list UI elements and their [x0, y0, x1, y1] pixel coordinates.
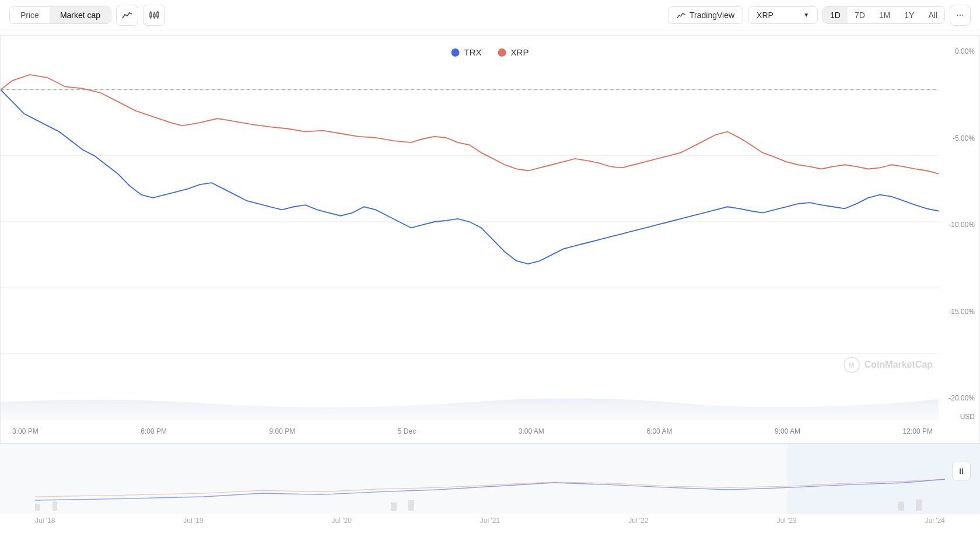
time-all-btn[interactable]: All	[921, 7, 944, 23]
svg-rect-23	[898, 501, 904, 511]
price-tab[interactable]: Price	[10, 7, 50, 23]
compare-coin-label: XRP	[757, 11, 774, 20]
svg-text:M: M	[849, 361, 855, 369]
minimap-container: Jul '18 Jul '19 Jul '20 Jul '21 Jul '22 …	[0, 444, 980, 543]
compare-icon-btn[interactable]	[143, 5, 165, 26]
svg-rect-22	[408, 500, 414, 511]
y-label-2: -10.00%	[949, 221, 975, 229]
market-cap-tab[interactable]: Market cap	[50, 7, 111, 23]
svg-rect-0	[150, 13, 152, 17]
x-label-2: 9:00 PM	[270, 427, 296, 435]
trading-view-icon	[677, 11, 686, 19]
minimap-x-label-4: Jul '22	[628, 517, 648, 525]
chevron-down-icon: ▼	[803, 12, 809, 18]
trading-view-label: TradingView	[690, 11, 734, 20]
minimap-x-label-1: Jul '19	[183, 517, 203, 525]
svg-rect-24	[916, 500, 922, 511]
y-label-1: -5.00%	[949, 134, 975, 142]
svg-rect-18	[788, 444, 980, 514]
watermark-text: CoinMarketCap	[864, 360, 933, 370]
minimap-x-axis: Jul '18 Jul '19 Jul '20 Jul '21 Jul '22 …	[0, 514, 980, 525]
time-period-group: 1D 7D 1M 1Y All	[822, 6, 945, 24]
time-7d-btn[interactable]: 7D	[848, 7, 872, 23]
watermark: M CoinMarketCap	[844, 357, 933, 373]
usd-label: USD	[960, 413, 975, 421]
trading-view-button[interactable]: TradingView	[668, 6, 743, 24]
chart-svg	[1, 36, 939, 408]
y-label-3: -15.00%	[949, 308, 975, 316]
x-label-0: 3:00 PM	[12, 427, 38, 435]
svg-rect-6	[157, 12, 159, 17]
more-icon: ···	[956, 10, 964, 20]
minimap-svg	[0, 444, 980, 514]
svg-rect-19	[35, 504, 40, 511]
minimap-x-label-3: Jul '21	[480, 517, 500, 525]
coinmarketcap-logo-icon: M	[844, 357, 860, 373]
line-chart-icon-btn[interactable]	[116, 5, 138, 26]
main-chart-container: TRX XRP 0.00% -5.00% -10.00% -15.00% -20…	[0, 35, 980, 444]
time-1y-btn[interactable]: 1Y	[897, 7, 921, 23]
chart-type-tabs: Price Market cap	[9, 6, 111, 24]
x-label-1: 6:00 PM	[141, 427, 167, 435]
x-axis: 3:00 PM 6:00 PM 9:00 PM 5 Dec 3:00 AM 6:…	[12, 420, 933, 443]
minimap-x-label-5: Jul '23	[776, 517, 796, 525]
time-1d-btn[interactable]: 1D	[823, 7, 848, 23]
minimap-x-label-2: Jul '20	[332, 517, 352, 525]
candle-icon	[149, 11, 159, 20]
more-options-button[interactable]: ···	[950, 5, 971, 26]
x-label-3: 5 Dec	[398, 427, 416, 435]
line-chart-icon	[122, 11, 132, 19]
minimap-x-label-6: Jul '24	[925, 517, 945, 525]
volume-area	[1, 373, 939, 420]
y-label-4: -20.00%	[949, 394, 975, 402]
svg-rect-21	[391, 503, 397, 511]
y-label-0: 0.00%	[949, 47, 975, 55]
toolbar: Price Market cap TradingView XRP ▼ 1D	[0, 0, 980, 30]
time-1m-btn[interactable]: 1M	[872, 7, 897, 23]
y-axis: 0.00% -5.00% -10.00% -15.00% -20.00%	[949, 36, 975, 408]
pause-button[interactable]: ⏸	[952, 462, 971, 480]
x-label-4: 3:00 AM	[519, 427, 544, 435]
svg-rect-20	[52, 501, 57, 511]
compare-coin-dropdown[interactable]: XRP ▼	[748, 6, 818, 24]
svg-rect-3	[153, 14, 155, 17]
x-label-7: 12:00 PM	[903, 427, 933, 435]
x-label-5: 6:00 AM	[646, 427, 672, 435]
minimap-x-label-0: Jul '18	[35, 517, 55, 525]
x-label-6: 9:00 AM	[775, 427, 800, 435]
